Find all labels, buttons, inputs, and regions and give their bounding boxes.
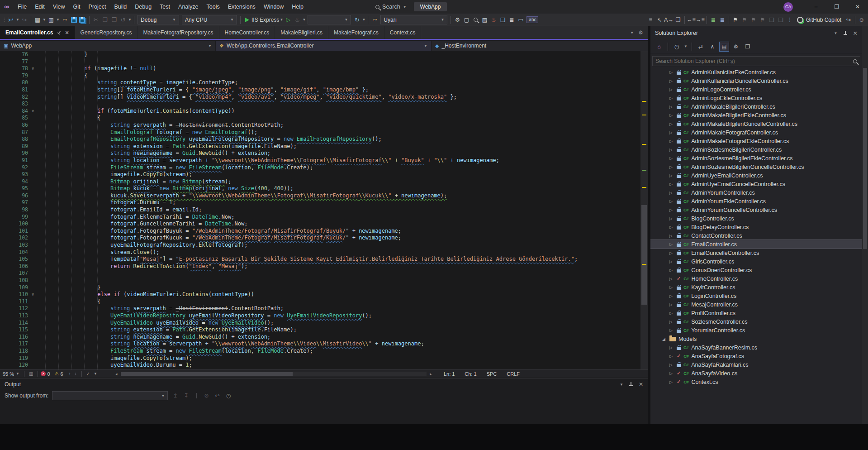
line-number[interactable]: 90 [0, 150, 28, 157]
code-line-104[interactable]: 104stream.Close(); [0, 249, 640, 256]
toolbar-grip[interactable]: ⋮⋮ [2, 17, 5, 23]
tree-item-adminlogocontroller-cs[interactable]: ▷C#AdminLogoController.cs [650, 85, 862, 94]
spell-checker-toggle-icon[interactable]: abc [526, 16, 538, 23]
expander-icon[interactable]: ▷ [669, 122, 673, 126]
line-number[interactable]: 85 [0, 115, 28, 122]
line-number[interactable]: 97 [0, 199, 28, 206]
tree-item-kayitcontroller-cs[interactable]: ▷C#KayitController.cs [650, 283, 862, 292]
expander-icon[interactable]: ▷ [669, 259, 673, 264]
window-position-chevron-icon[interactable]: ▼ [620, 383, 623, 387]
close-icon[interactable]: ✕ [65, 30, 69, 36]
tree-item-adminyorumeklecontroller-cs[interactable]: ▷C#AdminYorumEkleController.cs [650, 197, 862, 206]
solution-configurations-dropdown[interactable]: Debug▼ [138, 15, 179, 24]
line-number[interactable]: 101 [0, 228, 28, 235]
line-number[interactable]: 78 [0, 65, 28, 72]
code-line-102[interactable]: 102fotograf.FotografKucuk = "/WebAdminTh… [0, 235, 640, 242]
decrease-indent-icon[interactable]: ←≡ [687, 15, 696, 25]
chevron-down-icon[interactable]: ▼ [42, 18, 47, 22]
start-without-debugging-icon[interactable]: ▷ [284, 15, 293, 25]
expander-icon[interactable]: ▷ [669, 380, 673, 384]
menu-view[interactable]: View [49, 4, 69, 10]
toolbar-overflow-icon[interactable]: ⋮ [785, 15, 794, 25]
code-line-101[interactable]: 101fotograf.FotografBuyuk = "/WebAdminTh… [0, 228, 640, 235]
publish-icon[interactable]: ▨ [480, 15, 489, 25]
multi-caret-icon[interactable]: ↖ [655, 15, 664, 25]
expander-icon[interactable]: ▷ [669, 225, 673, 230]
menu-extensions[interactable]: Extensions [224, 4, 260, 10]
tree-item-adminkullanicilarekecontroller-cs[interactable]: ▷C#AdminKullanicilarEkeController.cs [650, 68, 862, 77]
expander-icon[interactable]: ▷ [669, 130, 673, 135]
member-dropdown[interactable]: ◆ _HostEnvironment [432, 41, 647, 51]
pin-icon[interactable] [629, 382, 633, 387]
document-list-chevron-icon[interactable]: ▼ [630, 31, 634, 35]
bookmark-next-folder-icon[interactable]: ❑ [776, 15, 785, 25]
line-number[interactable]: 114 [0, 320, 28, 327]
tree-item-sozlesmecontroller-cs[interactable]: ▷C#SozlesmeController.cs [650, 317, 862, 326]
line-number[interactable]: 108 [0, 277, 28, 284]
tree-item-logincontroller-cs[interactable]: ▷C#LoginController.cs [650, 292, 862, 300]
line-number[interactable]: 77 [0, 58, 28, 66]
line-number[interactable]: 87 [0, 129, 28, 136]
pin-icon[interactable] [57, 30, 62, 35]
window-position-chevron-icon[interactable]: ▼ [834, 31, 838, 35]
line-number[interactable]: 119 [0, 355, 28, 362]
line-number[interactable]: 89 [0, 143, 28, 150]
code-line-83[interactable]: 83 [0, 101, 640, 108]
line-number[interactable]: 116 [0, 334, 28, 341]
code-line-111[interactable]: 111{ [0, 298, 640, 306]
spaces-indicator[interactable]: SPC [487, 371, 497, 377]
code-line-98[interactable]: 98fotograf.EmailId = email.Id; [0, 206, 640, 214]
line-number[interactable]: 117 [0, 340, 28, 348]
tree-item-anasayfabannerresim-cs[interactable]: ▷C#AnaSayfaBannerResim.cs [650, 343, 862, 352]
code-line-113[interactable]: 113UyeEmailVideoRepository uyeEmailVideo… [0, 312, 640, 320]
expander-icon[interactable]: ▷ [669, 173, 673, 178]
menu-debug[interactable]: Debug [131, 4, 156, 10]
code-line-76[interactable]: 76} [0, 51, 640, 58]
line-number[interactable]: 112 [0, 305, 28, 312]
restart-application-icon[interactable]: ↻ [352, 15, 361, 25]
chevron-down-icon[interactable]: ▼ [56, 18, 60, 22]
tree-item-emailcontroller-cs[interactable]: ▷C#EmailController.cs [650, 240, 862, 249]
code-line-112[interactable]: 112string serverpath = _HostEnvironment.… [0, 305, 640, 312]
code-line-106[interactable]: 106return RedirectToAction("Index", "Mes… [0, 263, 640, 270]
find-in-files-icon[interactable] [471, 15, 480, 25]
tab-homecontroller-cs[interactable]: HomeController.cs [219, 26, 275, 39]
tree-item-gorusonericontroller-cs[interactable]: ▷C#GorusOneriController.cs [650, 266, 862, 274]
tree-item-adminmakalefotografcontroller-cs[interactable]: ▷C#AdminMakaleFotografController.cs [650, 128, 862, 137]
tree-item-adminmakalebilgilericontroller-cs[interactable]: ▷C#AdminMakaleBilgileriController.cs [650, 102, 862, 111]
start-debugging-button[interactable]: IIS Express▼ [242, 17, 284, 23]
scroll-right-icon[interactable]: ▸ [427, 372, 432, 376]
chevron-down-icon[interactable]: ▼ [128, 18, 132, 22]
tree-item-profilcontroller-cs[interactable]: ▷C#ProfilController.cs [650, 309, 862, 317]
line-number[interactable]: 115 [0, 326, 28, 334]
minimize-button[interactable]: – [806, 0, 826, 14]
chevron-down-icon[interactable]: ▼ [302, 18, 306, 22]
pin-icon[interactable] [843, 31, 848, 35]
navigate-to-icon[interactable]: A→ [664, 15, 674, 25]
code-line-120[interactable]: 120uyeEmailVideo.Durumu = 1; [0, 362, 640, 369]
hot-reload-scope-dropdown[interactable]: ▼ [308, 15, 351, 24]
menu-analyze[interactable]: Analyze [174, 4, 202, 10]
open-folder-icon[interactable]: ▱ [60, 15, 69, 25]
solution-explorer-search[interactable] [652, 56, 860, 66]
next-bookmark-icon[interactable]: ⚑ [749, 15, 758, 25]
tree-item-adminuyeemailguncellecontroller-cs[interactable]: ▷C#AdminUyeEmailGuncelleController.cs [650, 180, 862, 188]
line-number[interactable]: 83 [0, 101, 28, 108]
expander-icon[interactable]: ▷ [669, 354, 673, 359]
output-source-dropdown[interactable]: ▼ [52, 391, 168, 400]
tree-item-adminlogoeklecontroller-cs[interactable]: ▷C#AdminLogoEkleController.cs [650, 94, 862, 102]
code-line-78[interactable]: 78∨if (imagefile != null) [0, 65, 640, 72]
undo-icon[interactable]: ↺ [119, 15, 128, 25]
line-number[interactable]: 113 [0, 312, 28, 320]
sync-with-active-document-icon[interactable]: ⇄ [696, 42, 706, 52]
tree-item-anasayfarakamlari-cs[interactable]: ▷C#AnaSayfaRakamlari.cs [650, 360, 862, 369]
expander-icon[interactable]: ▷ [669, 302, 673, 307]
line-number[interactable]: 91 [0, 157, 28, 164]
switch-views-icon[interactable]: ⌂ [654, 42, 664, 52]
tab-makalebilgileri-cs[interactable]: MakaleBilgileri.cs [275, 26, 328, 39]
expander-icon[interactable]: ▷ [669, 199, 673, 204]
tree-item-giriscontroller-cs[interactable]: ▷C#GirisController.cs [650, 257, 862, 266]
new-project-icon[interactable]: ▤ [33, 15, 42, 25]
scrollbar-thumb[interactable] [641, 205, 647, 305]
profile-dropdown[interactable]: Uyarı▼ [380, 15, 447, 24]
